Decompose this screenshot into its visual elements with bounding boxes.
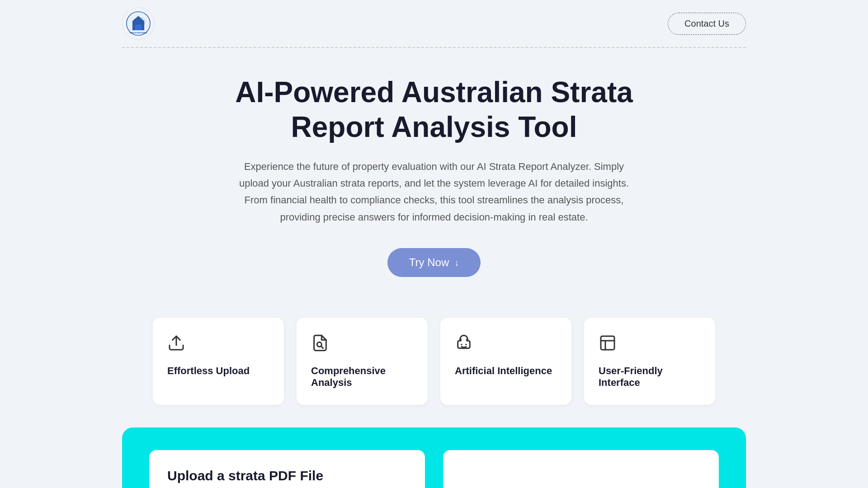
logo: SIMPLIFYINGSTRATA bbox=[122, 7, 155, 40]
svg-point-6 bbox=[465, 344, 467, 345]
feature-title-comprehensive-analysis: Comprehensive Analysis bbox=[311, 365, 413, 389]
svg-line-4 bbox=[321, 347, 323, 348]
svg-point-5 bbox=[461, 344, 462, 345]
feature-title-user-friendly-interface: User-Friendly Interface bbox=[599, 365, 701, 389]
feature-title-effortless-upload: Effortless Upload bbox=[167, 365, 269, 377]
right-panel: Click the button below to proceed bbox=[443, 450, 719, 488]
svg-text:SIMPLIFYINGSTRATA: SIMPLIFYINGSTRATA bbox=[130, 32, 147, 34]
svg-rect-9 bbox=[601, 336, 614, 350]
feature-card-user-friendly-interface: User-Friendly Interface bbox=[584, 318, 715, 405]
upload-panel: Upload a strata PDF File bbox=[149, 450, 425, 488]
feature-card-artificial-intelligence: Artificial Intelligence bbox=[440, 318, 571, 405]
try-now-button[interactable]: Try Now ↓ bbox=[387, 248, 481, 277]
feature-card-comprehensive-analysis: Comprehensive Analysis bbox=[297, 318, 428, 405]
upload-panel-title: Upload a strata PDF File bbox=[167, 468, 407, 483]
contact-button[interactable]: Contact Us bbox=[668, 13, 746, 35]
hero-title: AI-Powered Australian Strata Report Anal… bbox=[122, 75, 746, 145]
hero-description: Experience the future of property evalua… bbox=[231, 158, 637, 226]
ai-icon bbox=[455, 334, 557, 356]
logo-container: SIMPLIFYINGSTRATA bbox=[122, 7, 155, 40]
bottom-section: Upload a strata PDF File Click the butto… bbox=[122, 427, 746, 488]
feature-title-artificial-intelligence: Artificial Intelligence bbox=[455, 365, 557, 377]
arrow-down-icon: ↓ bbox=[454, 258, 459, 268]
feature-card-effortless-upload: Effortless Upload bbox=[153, 318, 284, 405]
hero-section: AI-Powered Australian Strata Report Anal… bbox=[0, 48, 868, 295]
header: SIMPLIFYINGSTRATA Contact Us bbox=[0, 0, 868, 47]
features-grid: Effortless Upload Comprehensive Analysis bbox=[0, 295, 868, 427]
layout-icon bbox=[599, 334, 701, 356]
document-search-icon bbox=[311, 334, 413, 356]
upload-icon bbox=[167, 334, 269, 356]
try-now-label: Try Now bbox=[409, 256, 449, 269]
